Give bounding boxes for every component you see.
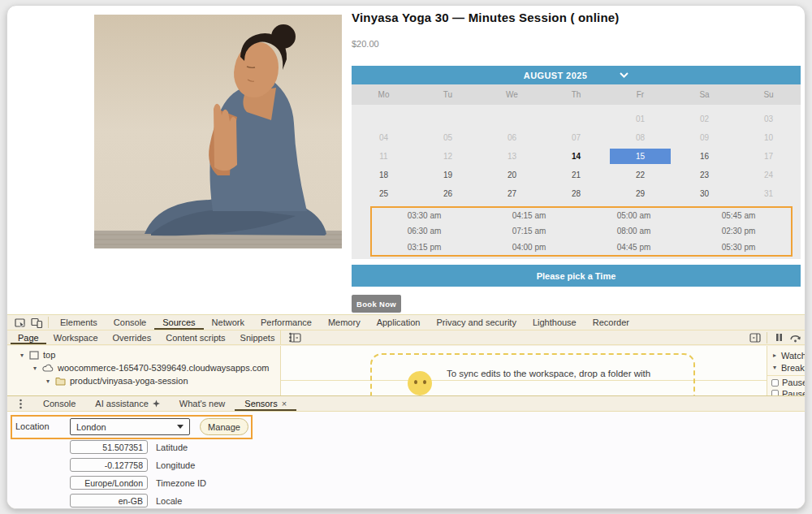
calendar-day[interactable]: 30: [672, 184, 736, 203]
calendar-day-header: Mo: [352, 90, 416, 99]
calendar-grid: 0102030405060708091011121314151617181920…: [352, 105, 801, 210]
calendar-day[interactable]: 15: [608, 147, 672, 166]
time-slot[interactable]: 04:00 pm: [512, 243, 546, 252]
more-vert-icon[interactable]: [12, 397, 28, 410]
time-slot[interactable]: 04:15 am: [512, 211, 546, 220]
sensors-panel: Location London Manage LatitudeLongitude…: [7, 412, 805, 508]
tree-item-top[interactable]: ▾top: [7, 348, 280, 361]
debugger-section-watch[interactable]: ▸Watch: [767, 349, 805, 361]
tree-item-label: top: [43, 350, 55, 360]
sensor-input-locale[interactable]: [70, 494, 148, 508]
calendar-day[interactable]: 29: [608, 184, 672, 203]
editor-area: To sync edits to the workspace, drop a f…: [281, 346, 767, 395]
tree-item-label: product/vinyasa-yoga-session: [70, 376, 188, 386]
pause-icon[interactable]: [771, 331, 787, 344]
tree-item-woocommerce-165470-5399649-cloudwaysapps-com[interactable]: ▾woocommerce-165470-5399649.cloudwaysapp…: [7, 361, 280, 374]
calendar-day: 10: [736, 128, 801, 147]
time-slot[interactable]: 03:15 pm: [408, 243, 442, 252]
calendar-month-header[interactable]: AUGUST 2025: [352, 66, 801, 84]
calendar-month-label: AUGUST 2025: [524, 71, 587, 80]
calendar-day-header: Th: [544, 90, 608, 99]
drawer-tab-ai-assistance[interactable]: AI assistance: [85, 396, 169, 411]
calendar-day: 01: [608, 110, 672, 128]
calendar-day[interactable]: 26: [416, 184, 480, 203]
product-image[interactable]: [94, 15, 342, 248]
expand-arrow-icon[interactable]: ▾: [45, 378, 51, 385]
pause-option[interactable]: Pause on caught exceptions: [767, 387, 805, 395]
device-toolbar-icon[interactable]: [28, 316, 45, 329]
close-icon[interactable]: ×: [282, 396, 287, 411]
calendar-day[interactable]: 18: [352, 166, 416, 184]
tab-elements[interactable]: Elements: [52, 315, 106, 330]
calendar-day[interactable]: 22: [608, 166, 672, 184]
tab-application[interactable]: Application: [369, 315, 429, 330]
time-slot[interactable]: 03:30 am: [408, 211, 442, 220]
time-slot[interactable]: 07:15 am: [512, 227, 546, 235]
debugger-section-breakpoints[interactable]: ▾Breakpoints: [767, 361, 805, 374]
calendar-day-header: Su: [736, 90, 801, 99]
sensor-input-latitude[interactable]: [70, 440, 148, 454]
calendar-day[interactable]: 23: [672, 166, 736, 184]
drawer-tab-bar: ConsoleAI assistanceWhat's newSensors×: [7, 395, 805, 412]
sources-body: ▾top▾woocommerce-165470-5399649.cloudway…: [7, 346, 805, 395]
calendar-day[interactable]: 19: [416, 166, 480, 184]
location-select[interactable]: London: [70, 418, 190, 435]
devtools-tab-bar: ElementsConsoleSourcesNetworkPerformance…: [52, 315, 637, 330]
time-slot[interactable]: 05:00 am: [617, 211, 651, 220]
section-label: Watch: [781, 351, 805, 361]
calendar-day[interactable]: 28: [544, 184, 608, 203]
calendar-day: 08: [608, 128, 672, 147]
tab-lighthouse[interactable]: Lighthouse: [525, 315, 585, 330]
checkbox-icon[interactable]: [771, 390, 779, 395]
checkbox-icon[interactable]: [771, 379, 779, 387]
navigator-toggle-icon[interactable]: [287, 331, 304, 344]
tab-content-scripts[interactable]: Content scripts: [158, 331, 232, 344]
time-slot[interactable]: 02:30 pm: [722, 227, 756, 235]
book-now-button[interactable]: Book Now: [352, 295, 401, 313]
time-slot[interactable]: 05:45 am: [722, 211, 756, 220]
calendar-day[interactable]: 14: [544, 147, 608, 166]
tab-workspace[interactable]: Workspace: [46, 331, 106, 344]
time-slots-highlight-box: 03:30 am04:15 am05:00 am05:45 am06:30 am…: [370, 206, 793, 257]
tab-performance[interactable]: Performance: [253, 315, 320, 330]
time-slot[interactable]: 08:00 am: [617, 227, 651, 235]
sensor-input-longitude[interactable]: [70, 458, 148, 472]
inspect-icon[interactable]: [12, 316, 28, 329]
sensor-input-timezone-id[interactable]: [70, 476, 148, 490]
time-slot[interactable]: 05:30 pm: [722, 243, 756, 252]
drawer-tab-console[interactable]: Console: [33, 396, 85, 411]
calendar-day: 07: [544, 128, 608, 147]
drawer-tab-what-s-new[interactable]: What's new: [170, 396, 235, 411]
drawer-tab-sensors[interactable]: Sensors×: [235, 396, 296, 411]
calendar-day-header: We: [480, 90, 544, 99]
navigator-tab-bar: PageWorkspaceOverridesContent scriptsSni…: [7, 330, 281, 344]
yoga-photo: [94, 15, 342, 248]
tab-console[interactable]: Console: [106, 315, 154, 330]
calendar-day[interactable]: 20: [480, 166, 544, 184]
debugger-toggle-icon[interactable]: [747, 331, 763, 344]
tab-privacy-and-security[interactable]: Privacy and security: [428, 315, 524, 330]
calendar-day: 12: [416, 147, 480, 166]
calendar-day[interactable]: 25: [352, 184, 416, 203]
tab-memory[interactable]: Memory: [320, 315, 369, 330]
calendar-day[interactable]: 16: [672, 147, 736, 166]
sensor-label-latitude: Latitude: [156, 443, 188, 452]
tab-network[interactable]: Network: [204, 315, 253, 330]
tab-page[interactable]: Page: [11, 331, 46, 344]
tab-sources[interactable]: Sources: [154, 315, 203, 330]
tree-item-product-vinyasa-yoga-session[interactable]: ▾product/vinyasa-yoga-session: [7, 374, 280, 387]
expand-arrow-icon[interactable]: ▾: [32, 365, 38, 372]
tab-overrides[interactable]: Overrides: [106, 331, 159, 344]
time-slot[interactable]: 04:45 pm: [617, 243, 651, 252]
time-slot[interactable]: 06:30 am: [408, 227, 442, 235]
tab-snippets[interactable]: Snippets: [233, 331, 283, 344]
calendar-day[interactable]: 21: [544, 166, 608, 184]
pause-option[interactable]: Pause on uncaught exceptions: [767, 375, 805, 387]
calendar-day[interactable]: 27: [480, 184, 544, 203]
manage-button[interactable]: Manage: [200, 418, 248, 435]
tab-recorder[interactable]: Recorder: [585, 315, 637, 330]
step-over-icon[interactable]: [787, 331, 803, 344]
file-navigator: ▾top▾woocommerce-165470-5399649.cloudway…: [7, 346, 281, 395]
expand-arrow-icon[interactable]: ▾: [19, 352, 25, 359]
expand-arrow-icon: ▾: [771, 364, 778, 371]
